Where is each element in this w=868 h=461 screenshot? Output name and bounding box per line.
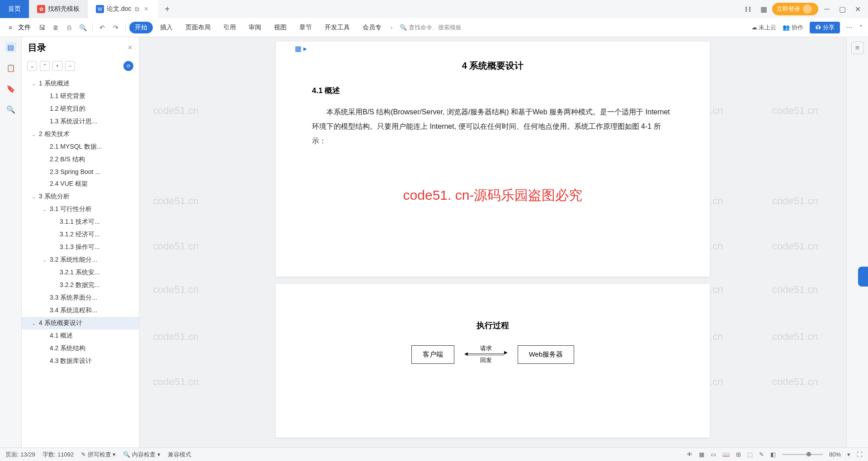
menu-layout[interactable]: 页面布局 bbox=[180, 22, 216, 33]
gray-watermark: code51.cn bbox=[772, 240, 818, 252]
apps-icon[interactable]: ▦ bbox=[757, 2, 770, 16]
menu-review[interactable]: 审阅 bbox=[243, 22, 267, 33]
spell-check[interactable]: ✎ 拼写检查 ▾ bbox=[81, 451, 116, 459]
zoom-dropdown-icon[interactable]: ▾ bbox=[847, 451, 850, 458]
sync-icon[interactable]: ⟳ bbox=[123, 61, 133, 71]
chevron-down-icon: ⌄ bbox=[32, 194, 37, 200]
book-icon[interactable]: 📖 bbox=[722, 451, 730, 458]
menu-reference[interactable]: 引用 bbox=[218, 22, 241, 33]
toc-item[interactable]: 4.1 概述 bbox=[22, 329, 139, 342]
add-item-icon[interactable]: + bbox=[52, 61, 62, 71]
redo-icon[interactable]: ↷ bbox=[110, 22, 122, 33]
print-icon[interactable]: ⎙ bbox=[63, 22, 75, 33]
toc-item[interactable]: 4.3 数据库设计 bbox=[22, 355, 139, 367]
outline-view-icon[interactable]: ⊞ bbox=[736, 451, 741, 458]
format-icon[interactable]: ≡ bbox=[851, 42, 864, 54]
toc-item[interactable]: 2.3 Spring Boot ... bbox=[22, 166, 139, 178]
gray-watermark: code51.cn bbox=[153, 195, 199, 207]
toc-item[interactable]: 1.2 研究目的 bbox=[22, 103, 139, 115]
undo-icon[interactable]: ↶ bbox=[96, 22, 108, 33]
more-icon[interactable]: ⋯ bbox=[846, 24, 852, 31]
clipboard-icon[interactable]: 📋 bbox=[5, 62, 16, 73]
collab-button[interactable]: 👥 协作 bbox=[783, 24, 803, 32]
chevron-down-icon: ⌄ bbox=[42, 207, 48, 212]
login-button[interactable]: 立即登录 bbox=[772, 3, 818, 15]
close-window-button[interactable]: ✕ bbox=[851, 2, 864, 16]
chapter-title: 4 系统概要设计 bbox=[312, 60, 674, 72]
toc-item[interactable]: ⌄3 系统分析 bbox=[22, 190, 139, 203]
close-icon[interactable]: × bbox=[142, 5, 150, 13]
minimize-button[interactable]: ─ bbox=[820, 2, 834, 16]
outline-icon[interactable]: ▤ bbox=[5, 42, 16, 52]
toc-item[interactable]: ⌄1 系统概述 bbox=[22, 77, 139, 90]
zoom-level[interactable]: 80% bbox=[829, 451, 841, 458]
command-search[interactable]: 🔍 查找命令、搜索模板 bbox=[400, 24, 462, 32]
toc-item[interactable]: 2.1 MYSQL 数据... bbox=[22, 141, 139, 153]
content-check[interactable]: 🔍 内容检查 ▾ bbox=[123, 451, 160, 459]
outline-tools: ⌄ ⌃ + − ⟳ bbox=[22, 58, 139, 75]
toc-item[interactable]: 3.3 系统界面分... bbox=[22, 292, 139, 304]
toc-item[interactable]: 4.2 系统结构 bbox=[22, 342, 139, 355]
menu-start[interactable]: 开始 bbox=[129, 22, 153, 33]
compat-mode[interactable]: 兼容模式 bbox=[168, 451, 191, 459]
layout-icon[interactable]: ⫿⫿ bbox=[741, 2, 755, 16]
menu-more-icon[interactable]: › bbox=[389, 24, 394, 31]
page-indicator[interactable]: 页面: 13/29 bbox=[5, 451, 35, 459]
close-icon[interactable]: × bbox=[127, 43, 132, 52]
side-handle[interactable] bbox=[858, 267, 868, 287]
toc-item[interactable]: 2.2 B/S 结构 bbox=[22, 153, 139, 166]
zoom-thumb[interactable] bbox=[807, 452, 811, 456]
search-icon[interactable]: 🔍 bbox=[5, 104, 16, 115]
collapse-all-icon[interactable]: ⌄ bbox=[27, 61, 37, 71]
expand-icon[interactable]: ⌃ bbox=[859, 24, 863, 31]
outline-title: 目录 bbox=[28, 42, 46, 54]
preview-icon[interactable]: 🔍 bbox=[77, 22, 89, 33]
fullscreen-icon[interactable]: ⛶ bbox=[857, 451, 863, 458]
toc-item[interactable]: 1.3 系统设计思... bbox=[22, 115, 139, 128]
toc-item[interactable]: 3.1.3 操作可... bbox=[22, 241, 139, 254]
eye-icon[interactable]: 👁 bbox=[687, 451, 693, 458]
toc-item[interactable]: 1.1 研究背景 bbox=[22, 90, 139, 103]
save-icon[interactable]: 🖫 bbox=[36, 22, 48, 33]
toc-item[interactable]: ⌄3.1 可行性分析 bbox=[22, 203, 139, 216]
word-count[interactable]: 字数: 11092 bbox=[42, 451, 74, 459]
zoom-slider[interactable] bbox=[782, 454, 823, 455]
toc-item[interactable]: 3.1.1 技术可... bbox=[22, 216, 139, 228]
toc-item[interactable]: ⌄2 相关技术 bbox=[22, 128, 139, 141]
toc-item[interactable]: ⌄4 系统概要设计 bbox=[22, 317, 139, 329]
menu-insert[interactable]: 插入 bbox=[155, 22, 178, 33]
edit-icon[interactable]: ✎ bbox=[759, 451, 764, 458]
tab-document[interactable]: W 论文.doc ⧉ × bbox=[88, 0, 158, 18]
menu-icon[interactable]: ≡ bbox=[5, 22, 16, 33]
web-view-icon[interactable]: ⬚ bbox=[747, 451, 753, 458]
menu-chapter[interactable]: 章节 bbox=[294, 22, 317, 33]
menu-dev[interactable]: 开发工具 bbox=[319, 22, 355, 33]
window-mode-icon[interactable]: ⧉ bbox=[135, 5, 139, 13]
toc-item[interactable]: 3.2.2 数据完... bbox=[22, 279, 139, 292]
tab-home[interactable]: 首页 bbox=[0, 0, 29, 18]
cloud-status[interactable]: ☁ 未上云 bbox=[751, 24, 777, 32]
add-tab-button[interactable]: + bbox=[158, 4, 176, 14]
titlebar: 首页 ✿ 找稻壳模板 W 论文.doc ⧉ × + ⫿⫿ ▦ 立即登录 ─ ▢ … bbox=[0, 0, 868, 18]
toc-item[interactable]: 3.2.1 系统安... bbox=[22, 266, 139, 279]
toc-item[interactable]: ⌄3.2 系统性能分... bbox=[22, 254, 139, 266]
save-as-icon[interactable]: 🗎 bbox=[50, 22, 61, 33]
document-area[interactable]: code51.cncode51.cncode51.cncode51.cncode… bbox=[139, 37, 846, 447]
file-menu[interactable]: 文件 bbox=[18, 24, 31, 32]
maximize-button[interactable]: ▢ bbox=[835, 2, 849, 16]
ruler-icon[interactable]: ◧ bbox=[770, 451, 776, 458]
expand-all-icon[interactable]: ⌃ bbox=[40, 61, 50, 71]
read-icon[interactable]: ▭ bbox=[711, 451, 716, 458]
menu-view[interactable]: 视图 bbox=[269, 22, 292, 33]
grid-icon[interactable]: ▦ bbox=[699, 451, 704, 458]
toc-item[interactable]: 3.4 系统流程和... bbox=[22, 304, 139, 317]
toc-item[interactable]: 3.1.2 经济可... bbox=[22, 228, 139, 241]
diagram-server-box: Web服务器 bbox=[518, 345, 575, 364]
remove-item-icon[interactable]: − bbox=[65, 61, 75, 71]
share-button[interactable]: ⮉ 分享 bbox=[810, 22, 840, 33]
bookmark-icon[interactable]: 🔖 bbox=[5, 83, 16, 94]
toc-list: ⌄1 系统概述1.1 研究背景1.2 研究目的1.3 系统设计思...⌄2 相关… bbox=[22, 75, 139, 369]
menu-member[interactable]: 会员专 bbox=[357, 22, 387, 33]
tab-templates[interactable]: ✿ 找稻壳模板 bbox=[29, 0, 88, 18]
toc-item[interactable]: 2.4 VUE 框架 bbox=[22, 178, 139, 190]
